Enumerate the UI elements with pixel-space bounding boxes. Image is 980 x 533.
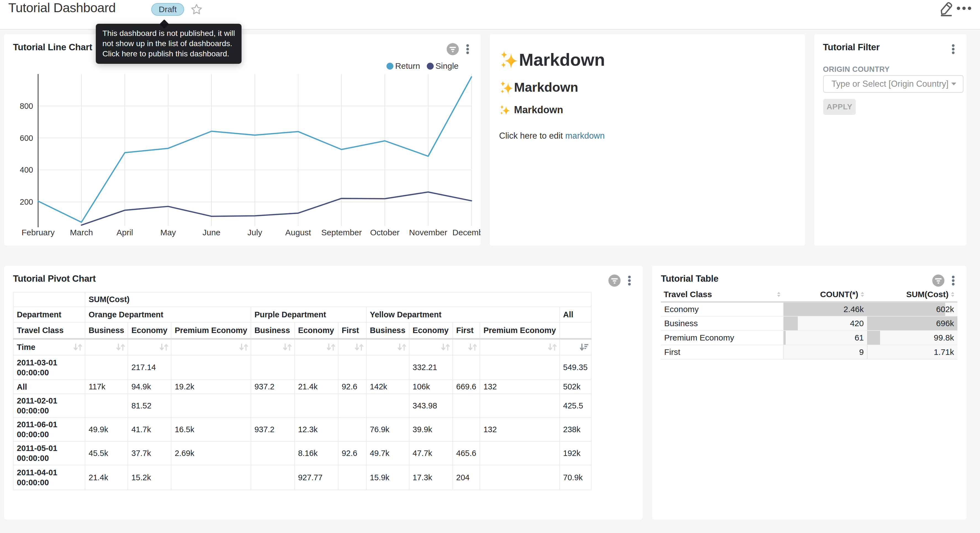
pivot-value-cell: 502k	[560, 380, 591, 394]
line-series-single	[81, 192, 471, 225]
sort-icon[interactable]	[239, 343, 248, 351]
pivot-value-cell: 21.4k	[85, 465, 128, 490]
pivot-value-cell: 927.77	[294, 465, 338, 490]
pivot-value-cell: 92.6	[338, 441, 366, 465]
x-axis-label: June	[202, 228, 220, 237]
table-cell-travel-class: First	[661, 345, 783, 359]
chart-card-line: Tutorial Line Chart Return Single 200400…	[4, 34, 480, 246]
chart-more-menu-icon[interactable]	[626, 273, 633, 288]
sort-icon[interactable]	[441, 343, 450, 351]
markdown-h2: Markdown	[499, 80, 795, 95]
sort-icon[interactable]	[548, 343, 557, 351]
table-column-header[interactable]: COUNT(*)	[783, 287, 867, 302]
table-column-header[interactable]: SUM(Cost)	[867, 287, 957, 302]
pivot-time-label[interactable]: Time	[13, 339, 85, 355]
markdown-edit-link[interactable]: markdown	[565, 131, 605, 140]
pivot-value-cell: 132	[480, 418, 560, 441]
pivot-value-cell: 94.9k	[128, 380, 171, 394]
pivot-value-cell: 81.52	[128, 394, 171, 418]
sparkles-icon	[499, 80, 514, 94]
pivot-value-cell	[480, 465, 560, 490]
sort-icon[interactable]	[116, 343, 125, 351]
pivot-sort-cell[interactable]	[294, 339, 338, 355]
pivot-sort-cell[interactable]	[171, 339, 251, 355]
apply-filter-button[interactable]: APPLY	[823, 99, 856, 115]
applied-filter-indicator-icon[interactable]	[932, 274, 944, 287]
pivot-department-label: Department	[13, 307, 85, 322]
pivot-group-header: Purple Department	[251, 307, 366, 322]
x-axis-label: February	[22, 228, 55, 237]
filter-more-menu-icon[interactable]	[950, 41, 956, 57]
sort-descending-icon[interactable]	[579, 343, 589, 351]
pivot-value-cell	[338, 418, 366, 441]
pivot-group-header: All	[560, 307, 591, 322]
pivot-value-cell	[453, 355, 480, 380]
status-badge[interactable]: Draft	[151, 3, 184, 16]
pivot-value-cell: 192k	[560, 441, 591, 465]
sparkles-icon	[499, 104, 511, 115]
sort-icon[interactable]	[73, 343, 83, 351]
pivot-sort-row: Time	[13, 339, 591, 355]
pivot-value-cell	[294, 355, 338, 380]
column-sorter-icon[interactable]	[861, 292, 864, 297]
table-column-header[interactable]: Travel Class	[661, 287, 783, 302]
pivot-value-cell: 425.5	[560, 394, 591, 418]
pivot-group-header: Yellow Department	[366, 307, 560, 322]
legend-item-single[interactable]: Single	[427, 61, 458, 71]
pivot-metric-header: SUM(Cost)	[85, 292, 591, 307]
sort-icon[interactable]	[468, 343, 477, 351]
legend-item-return[interactable]: Return	[387, 61, 420, 71]
table-cell-sum: 696k	[867, 316, 957, 330]
filter-card-title: Tutorial Filter	[823, 42, 880, 53]
column-header-label: COUNT(*)	[820, 290, 858, 299]
column-sorter-icon[interactable]	[777, 292, 781, 297]
pivot-value-cell: 39.9k	[409, 418, 453, 441]
pivot-value-cell	[480, 355, 560, 380]
pivot-column-header: Business	[85, 322, 128, 339]
pivot-sort-cell[interactable]	[251, 339, 294, 355]
applied-filter-indicator-icon[interactable]	[608, 274, 620, 287]
origin-country-select[interactable]: Type or Select [Origin Country]	[823, 75, 963, 93]
sort-icon[interactable]	[355, 343, 364, 351]
pivot-value-cell: 17.3k	[409, 465, 453, 490]
filter-field-label: ORIGIN COUNTRY	[823, 65, 890, 74]
pivot-data-row: 2011-05-0100:00:0045.5k37.7k2.69k8.16k92…	[13, 441, 591, 465]
pivot-row-label: 2011-02-0100:00:00	[13, 394, 85, 418]
more-menu-icon[interactable]	[956, 5, 972, 13]
pivot-value-cell	[171, 465, 251, 490]
sort-icon[interactable]	[397, 343, 407, 351]
pivot-group-row: DepartmentOrange DepartmentPurple Depart…	[13, 307, 591, 322]
pivot-sort-cell[interactable]	[453, 339, 480, 355]
pivot-sort-cell[interactable]	[338, 339, 366, 355]
pivot-value-cell: 937.2	[251, 418, 294, 441]
legend-dot-single	[427, 63, 434, 70]
pivot-value-cell: 41.7k	[128, 418, 171, 441]
pivot-table: SUM(Cost)DepartmentOrange DepartmentPurp…	[13, 292, 592, 490]
sort-icon[interactable]	[283, 343, 292, 351]
pivot-value-cell	[338, 355, 366, 380]
pivot-value-cell: 217.14	[128, 355, 171, 380]
y-axis-tick: 200	[20, 198, 33, 206]
tooltip-line: not show up in the list of dashboards.	[102, 38, 235, 49]
table-header-row: Travel ClassCOUNT(*)SUM(Cost)	[661, 287, 957, 302]
chart-title: Tutorial Pivot Chart	[13, 273, 96, 284]
sort-icon[interactable]	[159, 343, 169, 351]
pivot-sort-cell[interactable]	[85, 339, 128, 355]
pivot-row-label: 2011-06-0100:00:00	[13, 418, 85, 441]
chart-more-menu-icon[interactable]	[950, 273, 956, 288]
sort-icon[interactable]	[326, 343, 336, 351]
legend-label: Single	[436, 61, 458, 71]
pivot-sort-cell[interactable]	[409, 339, 453, 355]
pivot-row-label: 2011-03-0100:00:00	[13, 355, 85, 380]
x-axis-label: April	[116, 228, 133, 237]
favorite-star-icon[interactable]	[191, 3, 203, 16]
pivot-corner-cell	[13, 292, 85, 307]
pivot-sort-cell[interactable]	[128, 339, 171, 355]
tooltip-line: Click here to publish this dashboard.	[102, 49, 235, 59]
column-sorter-icon[interactable]	[951, 292, 955, 297]
edit-dashboard-icon[interactable]	[939, 1, 953, 17]
pivot-sort-cell[interactable]	[366, 339, 409, 355]
pivot-sort-cell[interactable]	[560, 339, 591, 355]
pivot-sort-cell[interactable]	[480, 339, 560, 355]
markdown-h3-text: Markdown	[514, 104, 563, 116]
